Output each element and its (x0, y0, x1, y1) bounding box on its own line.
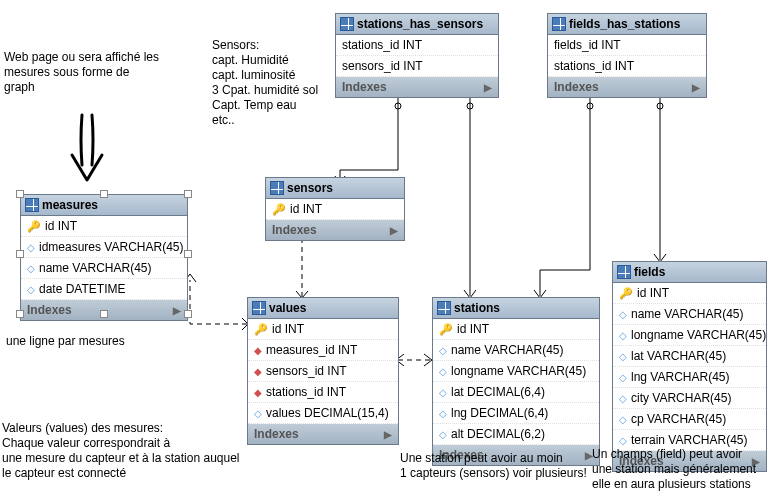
annotation-stations-note: Une station peut avoir au moin 1 capteur… (400, 451, 620, 481)
column-row[interactable]: 🔑id INT (613, 283, 766, 304)
column-row[interactable]: 🔑id INT (266, 199, 404, 220)
svg-point-0 (395, 103, 401, 109)
selection-handle[interactable] (184, 250, 192, 258)
annotation-values-note: Valeurs (values) des mesures: Chaque val… (2, 421, 322, 481)
annotation-measures-note: une ligne par mesures (6, 334, 206, 349)
col-icon: ◇ (619, 309, 627, 320)
column-row[interactable]: ◇city VARCHAR(45) (613, 388, 766, 409)
table-title: fields (634, 265, 665, 279)
column-row[interactable]: stations_id INT (548, 56, 706, 77)
table-title: measures (42, 198, 98, 212)
indexes-row[interactable]: Indexes▶ (266, 220, 404, 240)
column-row[interactable]: ◇name VARCHAR(45) (433, 340, 599, 361)
table-icon (617, 265, 631, 279)
table-fields[interactable]: fields 🔑id INT ◇name VARCHAR(45) ◇longna… (612, 261, 767, 472)
table-title: stations (454, 301, 500, 315)
col-icon: ◇ (439, 387, 447, 398)
selection-handle[interactable] (184, 190, 192, 198)
table-stations-has-sensors[interactable]: stations_has_sensors stations_id INT sen… (335, 13, 499, 98)
selection-handle[interactable] (100, 310, 108, 318)
column-row[interactable]: ◇name VARCHAR(45) (21, 258, 187, 279)
table-measures[interactable]: measures 🔑id INT ◇idmeasures VARCHAR(45)… (20, 194, 188, 321)
column-row[interactable]: ◇longname VARCHAR(45) (433, 361, 599, 382)
table-title: stations_has_sensors (357, 17, 483, 31)
table-icon (552, 17, 566, 31)
selection-handle[interactable] (16, 310, 24, 318)
column-row[interactable]: ◇date DATETIME (21, 279, 187, 300)
col-icon: ◇ (619, 414, 627, 425)
table-header[interactable]: fields_has_stations (548, 14, 706, 35)
col-icon: ◇ (254, 408, 262, 419)
col-icon: ◇ (439, 366, 447, 377)
column-row[interactable]: ◆sensors_id INT (248, 361, 398, 382)
column-row[interactable]: ◇cp VARCHAR(45) (613, 409, 766, 430)
indexes-row[interactable]: Indexes▶ (548, 77, 706, 97)
svg-point-3 (657, 103, 663, 109)
table-icon (25, 198, 39, 212)
table-header[interactable]: sensors (266, 178, 404, 199)
chevron-right-icon: ▶ (173, 305, 181, 316)
fk-icon: ◆ (254, 345, 262, 356)
chevron-right-icon: ▶ (384, 429, 392, 440)
column-row[interactable]: 🔑id INT (433, 319, 599, 340)
column-row[interactable]: fields_id INT (548, 35, 706, 56)
col-icon: ◇ (439, 408, 447, 419)
column-row[interactable]: ◇name VARCHAR(45) (613, 304, 766, 325)
table-stations[interactable]: stations 🔑id INT ◇name VARCHAR(45) ◇long… (432, 297, 600, 466)
table-title: sensors (287, 181, 333, 195)
table-fields-has-stations[interactable]: fields_has_stations fields_id INT statio… (547, 13, 707, 98)
column-row[interactable]: ◇alt DECIMAL(6,2) (433, 424, 599, 445)
column-row[interactable]: ◆measures_id INT (248, 340, 398, 361)
svg-point-1 (467, 103, 473, 109)
table-header[interactable]: stations_has_sensors (336, 14, 498, 35)
col-icon: ◇ (27, 263, 35, 274)
selection-handle[interactable] (16, 190, 24, 198)
annotation-sensors: Sensors: capt. Humidité capt. luminosité… (212, 38, 342, 128)
col-icon: ◇ (619, 330, 627, 341)
indexes-row[interactable]: Indexes▶ (336, 77, 498, 97)
column-row[interactable]: ◇longname VARCHAR(45) (613, 325, 766, 346)
table-header[interactable]: values (248, 298, 398, 319)
selection-handle[interactable] (100, 190, 108, 198)
selection-handle[interactable] (16, 250, 24, 258)
pk-icon: 🔑 (272, 203, 286, 216)
chevron-right-icon: ▶ (692, 82, 700, 93)
col-icon: ◇ (439, 345, 447, 356)
column-row[interactable]: 🔑id INT (248, 319, 398, 340)
column-row[interactable]: ◇lng VARCHAR(45) (613, 367, 766, 388)
pk-icon: 🔑 (619, 287, 633, 300)
selection-handle[interactable] (184, 310, 192, 318)
pk-icon: 🔑 (27, 220, 41, 233)
col-icon: ◇ (27, 284, 35, 295)
annotation-fields-note: Un champs (field) peut avoir une station… (592, 447, 769, 492)
column-row[interactable]: ◇idmeasures VARCHAR(45) (21, 237, 187, 258)
col-icon: ◇ (619, 435, 627, 446)
column-row[interactable]: ◇lat VARCHAR(45) (613, 346, 766, 367)
table-icon (270, 181, 284, 195)
table-header[interactable]: stations (433, 298, 599, 319)
table-title: fields_has_stations (569, 17, 680, 31)
chevron-right-icon: ▶ (484, 82, 492, 93)
col-icon: ◇ (27, 242, 35, 253)
hand-arrow-icon (62, 110, 112, 190)
svg-point-2 (587, 103, 593, 109)
table-sensors[interactable]: sensors 🔑id INT Indexes▶ (265, 177, 405, 241)
column-row[interactable]: ◇lng DECIMAL(6,4) (433, 403, 599, 424)
table-icon (437, 301, 451, 315)
annotation-webpage: Web page ou sera affiché les mesures sou… (4, 50, 204, 95)
col-icon: ◇ (619, 393, 627, 404)
table-icon (340, 17, 354, 31)
fk-icon: ◆ (254, 366, 262, 377)
table-icon (252, 301, 266, 315)
column-row[interactable]: ◆stations_id INT (248, 382, 398, 403)
table-header[interactable]: measures (21, 195, 187, 216)
table-header[interactable]: fields (613, 262, 766, 283)
column-row[interactable]: 🔑id INT (21, 216, 187, 237)
pk-icon: 🔑 (439, 323, 453, 336)
column-row[interactable]: ◇lat DECIMAL(6,4) (433, 382, 599, 403)
chevron-right-icon: ▶ (390, 225, 398, 236)
pk-icon: 🔑 (254, 323, 268, 336)
column-row[interactable]: stations_id INT (336, 35, 498, 56)
column-row[interactable]: sensors_id INT (336, 56, 498, 77)
col-icon: ◇ (439, 429, 447, 440)
